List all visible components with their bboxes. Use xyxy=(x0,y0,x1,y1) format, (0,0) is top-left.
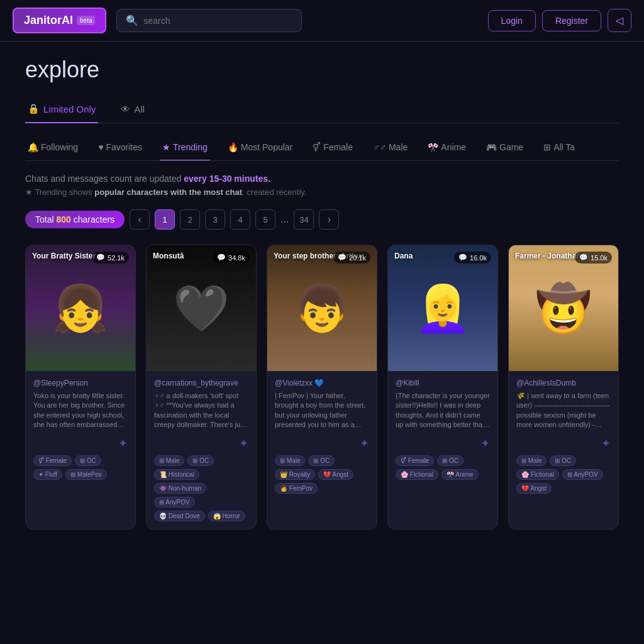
card-description: | FemPov | Your father, brought a boy fr… xyxy=(275,391,369,430)
search-icon: 🔍 xyxy=(126,14,138,26)
card-tag: 👩 FemPov xyxy=(275,483,318,494)
tab-most-popular[interactable]: 🔥 Most Popular xyxy=(225,136,295,161)
filter-tabs: 🔒 Limited Only 👁 All xyxy=(25,98,619,123)
tab-male[interactable]: ♂♂ Male xyxy=(370,136,410,161)
male-icon: ♂♂ xyxy=(373,142,386,152)
card-body: @carnations_bythegrave ♀♂ a doll-makers … xyxy=(147,371,256,529)
card-tag: 🎌 Anime xyxy=(441,469,479,480)
page-4-button[interactable]: 4 xyxy=(230,209,250,230)
page-1-button[interactable]: 1 xyxy=(155,209,175,230)
card-item[interactable]: Farmer - Jonathan 💬 15.0k 🤠 @AchillesIsD… xyxy=(508,245,619,530)
card-tags: ⊞ Male⊞ OC🌸 Fictional⊞ AnyPOV💔 Angst xyxy=(516,455,611,494)
card-tags: ⊞ Male⊞ OC👑 Royalty💔 Angst👩 FemPov xyxy=(275,455,369,494)
search-bar: 🔍 xyxy=(116,9,301,32)
page-ellipsis: ... xyxy=(280,214,289,225)
card-image: Dana 💬 16.0k 👱‍♀️ xyxy=(388,245,497,371)
star-icon: ★ xyxy=(162,142,170,152)
card-description: Yoko is your bratty little sister. You a… xyxy=(33,391,128,430)
cards-grid: Your Bratty Sister 💬 52.1k 👧 @SleepyPers… xyxy=(25,245,619,530)
card-tag: ⊞ OC xyxy=(308,455,335,466)
total-label: Total xyxy=(35,214,54,225)
female-icon: ⚥ xyxy=(313,142,321,152)
tab-anime-label: Anime xyxy=(441,142,466,152)
chat-icon: 💬 xyxy=(338,253,347,262)
heart-icon: ♥ xyxy=(98,142,103,152)
tab-game[interactable]: 🎮 Game xyxy=(484,136,526,161)
page-2-button[interactable]: 2 xyxy=(180,209,200,230)
card-author: @Kiblll xyxy=(396,379,490,387)
card-item[interactable]: Your step brother: Arthur 💬 20.1k 👦 @Vio… xyxy=(267,245,377,530)
tab-trending[interactable]: ★ Trending xyxy=(160,136,210,161)
pagination: Total 800 characters ‹ 1 2 3 4 5 ... 34 … xyxy=(25,209,619,230)
tab-anime[interactable]: 🎌 Anime xyxy=(425,136,469,161)
card-tag: 🌸 Fictional xyxy=(516,469,559,480)
register-button[interactable]: Register xyxy=(542,10,601,31)
card-title-overlay: Monsutā xyxy=(153,252,184,260)
sub-tabs: 🔔 Following ♥ Favorites ★ Trending 🔥 Mos… xyxy=(25,136,619,161)
next-page-button[interactable]: › xyxy=(319,209,339,230)
header: JanitorAI beta 🔍 Login Register ◁ xyxy=(0,0,644,42)
card-tags: ⊞ Male⊞ OC📜 Historical👾 Non-human⊞ AnyPO… xyxy=(154,455,248,521)
card-item[interactable]: Your Bratty Sister 💬 52.1k 👧 @SleepyPers… xyxy=(25,245,136,530)
filter-tab-all[interactable]: 👁 All xyxy=(118,98,147,123)
filter-tab-limited-label: Limited Only xyxy=(43,104,96,114)
tab-following-label: Following xyxy=(41,142,78,152)
sparkle-icon: ✦ xyxy=(396,436,490,450)
logo-text: JanitorAI xyxy=(24,14,73,27)
page-5-button[interactable]: 5 xyxy=(255,209,275,230)
grid-icon: ⊞ xyxy=(543,142,551,152)
tab-male-label: Male xyxy=(389,142,408,152)
tab-all-tags[interactable]: ⊞ All Ta xyxy=(541,136,577,161)
fire-icon: 🔥 xyxy=(228,142,238,152)
card-description: ♀♂ a doll-makers 'soft' spot ♀♂ **You've… xyxy=(154,391,248,430)
card-author: @Violetzxx 💙 xyxy=(275,379,369,387)
tab-following[interactable]: 🔔 Following xyxy=(25,136,80,161)
card-tag: ⊞ OC xyxy=(437,455,464,466)
prev-page-button[interactable]: ‹ xyxy=(130,209,150,230)
chat-icon: 💬 xyxy=(96,253,105,262)
filter-tab-limited[interactable]: 🔒 Limited Only xyxy=(25,98,98,123)
card-tag: ⊞ OC xyxy=(187,455,214,466)
tab-most-popular-label: Most Popular xyxy=(241,142,292,152)
tab-favorites[interactable]: ♥ Favorites xyxy=(96,136,145,161)
card-tag: 📜 Historical xyxy=(154,469,199,480)
card-tag: ⊞ AnyPOV xyxy=(154,497,195,508)
tab-all-tags-label: All Ta xyxy=(553,142,575,152)
char-avatar: 🤠 xyxy=(509,245,618,371)
card-body: @Violetzxx 💙 | FemPov | Your father, bro… xyxy=(267,371,377,501)
main-content: explore 🔒 Limited Only 👁 All 🔔 Following… xyxy=(0,42,644,545)
anime-icon: 🎌 xyxy=(428,142,438,152)
card-tags: ⚥ Female⊞ OC✦ Fluff⊞ MalePov xyxy=(33,455,128,480)
logo-button[interactable]: JanitorAI beta xyxy=(13,8,106,33)
card-tags: ⚥ Female⊞ OC🌸 Fictional🎌 Anime xyxy=(396,455,490,480)
char-avatar: 👦 xyxy=(267,245,377,371)
card-image: Monsutā 💬 34.8k 🖤 xyxy=(147,245,256,371)
card-description: 🌾 | sent away to a farm (teen user) ----… xyxy=(516,391,611,430)
card-count: 💬 16.0k xyxy=(454,252,491,264)
card-image: Your step brother: Arthur 💬 20.1k 👦 xyxy=(267,245,377,371)
count-value: 20.1k xyxy=(349,254,366,262)
header-actions: Login Register ◁ xyxy=(488,9,631,32)
chat-icon: 💬 xyxy=(458,253,467,262)
card-tag: ⊞ MalePov xyxy=(65,469,107,480)
card-item[interactable]: Monsutā 💬 34.8k 🖤 @carnations_bythegrave… xyxy=(146,245,257,530)
total-count: 800 xyxy=(56,214,70,225)
card-description: (The character is your younger sister!!)… xyxy=(396,391,490,430)
info-note: ★ Trending shows popular characters with… xyxy=(25,187,619,197)
send-icon-button[interactable]: ◁ xyxy=(608,9,631,32)
tab-female[interactable]: ⚥ Female xyxy=(310,136,355,161)
card-count: 💬 52.1k xyxy=(92,252,129,264)
card-tag: 💔 Angst xyxy=(516,483,552,494)
card-item[interactable]: Dana 💬 16.0k 👱‍♀️ @Kiblll (The character… xyxy=(387,245,498,530)
page-34-button[interactable]: 34 xyxy=(294,209,314,230)
char-avatar: 👱‍♀️ xyxy=(388,245,497,371)
count-value: 52.1k xyxy=(108,254,125,262)
count-value: 34.8k xyxy=(228,254,245,262)
login-button[interactable]: Login xyxy=(488,10,536,31)
card-author: @SleepyPerson xyxy=(33,379,128,387)
bell-icon: 🔔 xyxy=(28,142,38,152)
card-tag: 💔 Angst xyxy=(318,469,353,480)
total-badge: Total 800 characters xyxy=(25,211,125,228)
page-3-button[interactable]: 3 xyxy=(205,209,225,230)
search-input[interactable] xyxy=(143,16,292,26)
